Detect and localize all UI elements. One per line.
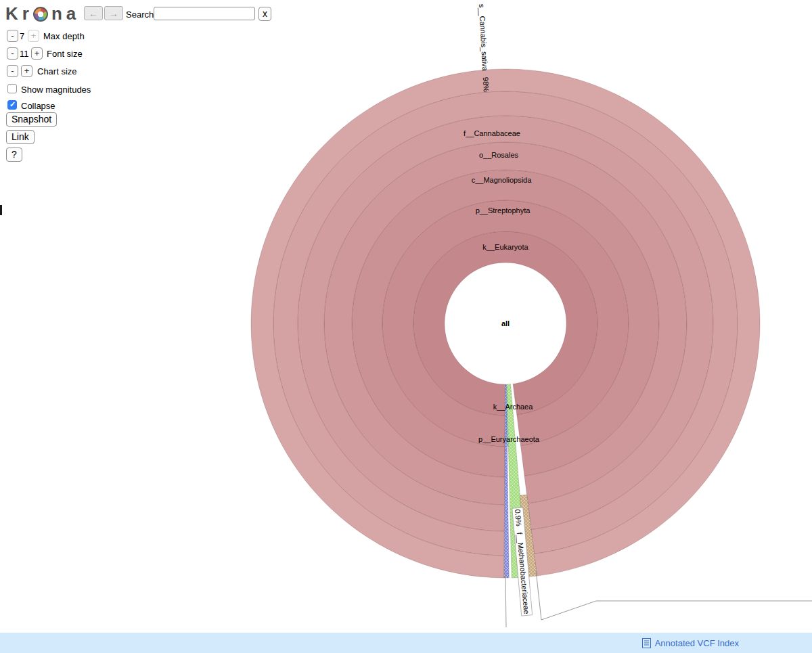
back-button[interactable]: ← — [84, 6, 103, 20]
help-button[interactable]: ? — [6, 148, 22, 162]
krona-wheel-icon — [33, 7, 48, 22]
font-size-minus-button[interactable]: - — [7, 47, 18, 60]
search-clear-button[interactable]: x — [258, 7, 271, 21]
show-magnitudes-checkbox[interactable] — [7, 84, 17, 93]
chart-size-plus-button[interactable]: + — [21, 65, 32, 77]
font-size-plus-button[interactable]: + — [31, 47, 43, 60]
forward-button[interactable]: → — [104, 6, 123, 20]
krona-logo: K r n a — [5, 3, 76, 24]
label-leader-line — [536, 570, 812, 620]
chart-label: c__Magnoliopsida — [472, 176, 533, 184]
search-label: Search: — [126, 9, 156, 20]
label-leader-line — [505, 572, 506, 627]
chart-size-label: Chart size — [37, 66, 77, 76]
chart-label: k__Eukaryota — [482, 243, 528, 251]
annotated-vcf-index-link[interactable]: Annotated VCF Index — [655, 638, 739, 648]
show-magnitudes-label: Show magnitudes — [21, 85, 91, 95]
chart-label: o__Rosales — [479, 151, 519, 159]
link-button[interactable]: Link — [6, 130, 35, 144]
collapse-checkbox[interactable] — [7, 100, 17, 110]
logo-letter: K — [5, 3, 19, 24]
chart-label: all — [501, 319, 510, 328]
document-icon — [642, 638, 651, 648]
chart-size-minus-button[interactable]: - — [7, 65, 18, 77]
max-depth-plus-button[interactable]: + — [28, 30, 39, 42]
logo-letter: n — [51, 3, 63, 24]
logo-letter: a — [66, 3, 76, 24]
logo-letter: r — [22, 3, 30, 24]
chart-label: p__Euryarchaeota — [478, 435, 540, 443]
max-depth-minus-button[interactable]: - — [7, 30, 18, 42]
search-input[interactable] — [154, 7, 255, 20]
font-size-value: 11 — [20, 49, 29, 59]
edge-marker — [0, 205, 2, 215]
max-depth-value: 7 — [20, 31, 24, 41]
collapse-label: Collapse — [21, 101, 55, 111]
chart-label: k__Archaea — [493, 403, 534, 411]
max-depth-label: Max depth — [43, 31, 85, 41]
krona-sunburst-chart[interactable]: allk__Eukaryotap__Streptophytac__Magnoli… — [0, 0, 812, 653]
chart-label: f__Cannabaceae — [464, 129, 520, 137]
snapshot-button[interactable]: Snapshot — [6, 112, 57, 127]
font-size-label: Font size — [47, 49, 83, 59]
chart-label: p__Streptophyta — [476, 206, 531, 215]
footer-bar: Annotated VCF Index — [0, 633, 812, 653]
